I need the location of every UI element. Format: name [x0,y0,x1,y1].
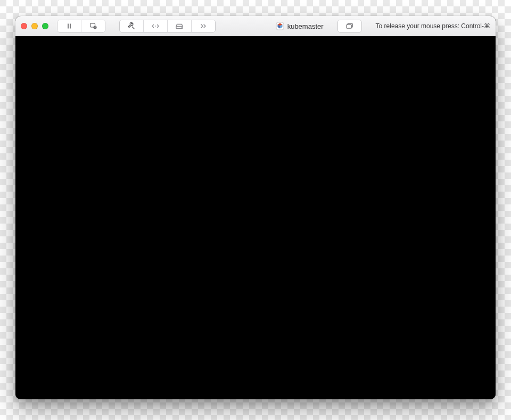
settings-button[interactable] [120,20,144,32]
resize-icon [151,23,160,29]
snapshot-button[interactable] [81,20,105,32]
svg-rect-11 [347,24,351,28]
window-controls [21,23,48,29]
vm-window: kubemaster To release your mouse press: … [15,16,496,399]
snapshot-icon [89,23,97,29]
fullscreen-button[interactable] [338,20,361,32]
vm-title: kubemaster [276,22,324,30]
titlebar: kubemaster To release your mouse press: … [15,16,496,37]
vm-name-label: kubemaster [287,22,324,30]
minimize-window-button[interactable] [31,23,38,29]
resize-button[interactable] [144,20,168,32]
tools-group [119,20,216,32]
drive-icon [176,23,183,29]
vm-display[interactable] [15,36,496,399]
view-group [337,20,362,32]
zoom-window-button[interactable] [42,23,48,29]
close-window-button[interactable] [21,23,27,29]
chevrons-right-icon [200,23,207,29]
svg-point-8 [181,27,182,28]
pause-icon [66,23,72,29]
svg-point-6 [155,26,156,27]
devices-button[interactable] [168,20,192,32]
mouse-release-hint: To release your mouse press: Control-⌘ [376,22,490,30]
run-controls-group [57,20,105,32]
pause-button[interactable] [57,20,81,32]
vm-app-icon [276,22,284,30]
wrench-icon [128,22,135,30]
fullscreen-icon [346,23,353,29]
more-button[interactable] [192,20,215,32]
